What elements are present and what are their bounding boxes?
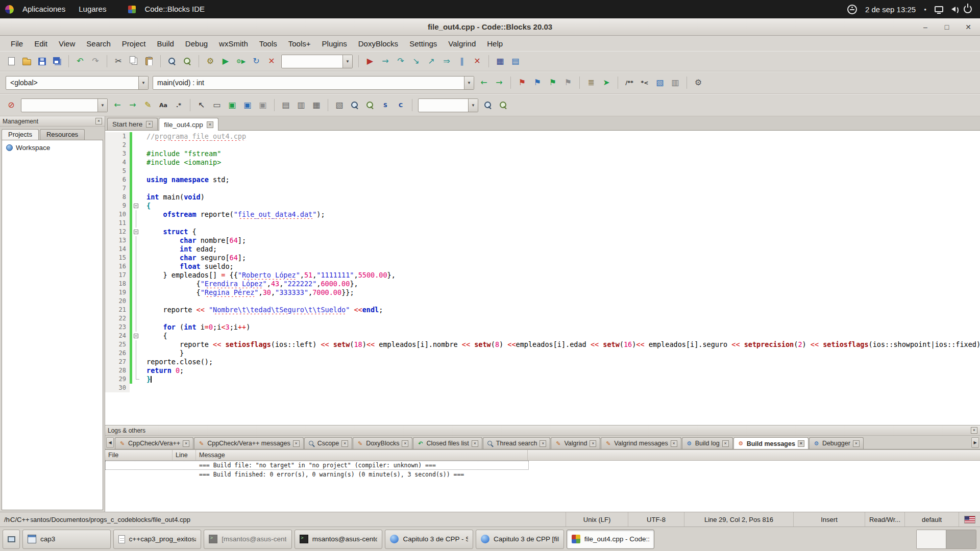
wxsmith-preview-tool[interactable]: ▧ bbox=[332, 98, 347, 112]
toggle-bookmark-button[interactable]: ⚑ bbox=[515, 76, 529, 90]
tab-close-icon[interactable]: × bbox=[293, 440, 300, 447]
tab-close-icon[interactable]: × bbox=[540, 440, 546, 447]
show-desktop-button[interactable] bbox=[3, 530, 20, 549]
workspace-2[interactable] bbox=[946, 530, 976, 548]
code-line[interactable]: 25 reporte << setiosflags(ios::left) << … bbox=[105, 340, 980, 349]
taskbar-window-c-cap3-prog-exitosa[interactable]: c++cap3_prog_exitosa.... bbox=[113, 530, 202, 549]
logs-tab-build-log[interactable]: Build log× bbox=[682, 437, 733, 449]
log-row[interactable]: === Build file: "no target" in "no proje… bbox=[105, 461, 529, 470]
zoom-in-button[interactable] bbox=[348, 98, 362, 112]
line-number[interactable]: 17 bbox=[105, 271, 130, 280]
goto-next-function-button[interactable]: → bbox=[492, 76, 506, 90]
doxy-line-comment-button[interactable]: *< bbox=[638, 76, 652, 90]
code-line[interactable]: 26 } bbox=[105, 349, 980, 358]
maximize-button[interactable]: □ bbox=[942, 23, 951, 31]
line-number[interactable]: 5 bbox=[105, 167, 130, 176]
power-icon[interactable] bbox=[964, 5, 972, 13]
clear-bookmarks-button[interactable]: ⚑ bbox=[561, 76, 575, 90]
doxy-view-button[interactable]: ▥ bbox=[668, 76, 682, 90]
code-line[interactable]: 28return 0; bbox=[105, 366, 980, 375]
column-header-message[interactable]: Message bbox=[196, 450, 528, 460]
line-number[interactable]: 21 bbox=[105, 306, 130, 314]
tab-close-icon[interactable]: × bbox=[472, 440, 478, 447]
redo-button[interactable]: ↷ bbox=[88, 54, 103, 68]
goto-prev-function-button[interactable]: ← bbox=[477, 76, 491, 90]
code-line[interactable]: 9{ bbox=[105, 202, 980, 210]
next-line-button[interactable]: ↷ bbox=[394, 54, 408, 68]
code-line[interactable]: 21 reporte << "Nombre\t\tedad\tSeguro\t\… bbox=[105, 306, 980, 314]
class-view-button[interactable]: C bbox=[394, 98, 408, 112]
code-line[interactable]: 29} bbox=[105, 375, 980, 384]
debugging-windows-button[interactable]: ▦ bbox=[493, 54, 507, 68]
run-to-cursor-button[interactable]: → bbox=[378, 54, 393, 68]
management-tab-resources[interactable]: Resources bbox=[40, 129, 85, 140]
various-info-button[interactable]: ▤ bbox=[508, 54, 523, 68]
line-number[interactable]: 14 bbox=[105, 245, 130, 254]
applications-menu[interactable]: Aplicaciones bbox=[18, 0, 70, 18]
replace-button[interactable] bbox=[180, 54, 194, 68]
wxsmith-widget-tool[interactable]: ▭ bbox=[210, 98, 224, 112]
logs-tab-closed-files-list[interactable]: Closed files list× bbox=[413, 437, 482, 449]
incsearch-prev-button[interactable]: ← bbox=[110, 98, 125, 112]
build-target-dropdown[interactable]: ▼ bbox=[281, 55, 353, 68]
code-line[interactable]: 6using namespace std; bbox=[105, 176, 980, 184]
code-area[interactable]: 1//programa file_out4.cpp23#include "fst… bbox=[105, 131, 980, 425]
workspace-1[interactable] bbox=[917, 530, 946, 548]
line-number[interactable]: 28 bbox=[105, 366, 130, 375]
browse-tracker-jump-button[interactable]: ➤ bbox=[599, 76, 614, 90]
dropdown-arrow-icon[interactable]: ▼ bbox=[342, 55, 352, 68]
line-number[interactable]: 29 bbox=[105, 375, 130, 384]
code-line[interactable]: 10 ofstream reporte("file_out_data4.dat"… bbox=[105, 210, 980, 219]
editor-tab-start-here[interactable]: Start here× bbox=[107, 118, 158, 130]
wxsmith-dialog-tool[interactable]: ▣ bbox=[225, 98, 239, 112]
incsearch-input-field[interactable] bbox=[21, 101, 97, 109]
incsearch-next-button[interactable]: → bbox=[126, 98, 140, 112]
function-dropdown[interactable]: main(void) : int ▼ bbox=[153, 76, 474, 90]
code-line[interactable]: 17 } empleados[] = {{"Roberto López",51,… bbox=[105, 271, 980, 280]
close-button[interactable]: ✕ bbox=[964, 23, 973, 31]
accessibility-icon[interactable] bbox=[847, 5, 857, 14]
code-line[interactable]: 14 int edad; bbox=[105, 245, 980, 254]
tab-close-icon[interactable]: × bbox=[722, 440, 729, 447]
logs-tab-valgrind[interactable]: Valgrind× bbox=[551, 437, 600, 449]
line-number[interactable]: 18 bbox=[105, 280, 130, 288]
next-bookmark-button[interactable]: ⚑ bbox=[546, 76, 560, 90]
paste-button[interactable] bbox=[142, 54, 156, 68]
line-number[interactable]: 7 bbox=[105, 184, 130, 193]
line-number[interactable]: 15 bbox=[105, 254, 130, 262]
next-instruction-button[interactable]: ⇒ bbox=[439, 54, 454, 68]
fold-margin[interactable] bbox=[132, 228, 140, 236]
distro-logo-icon[interactable] bbox=[5, 5, 14, 14]
wxsmith-sizer-tool[interactable]: ▤ bbox=[279, 98, 293, 112]
rebuild-button[interactable]: ↻ bbox=[249, 54, 263, 68]
panel-close-icon[interactable]: × bbox=[971, 427, 977, 434]
code-line[interactable]: 13 char nombre[64]; bbox=[105, 236, 980, 245]
tabs-scroll-right-button[interactable]: ▶ bbox=[971, 437, 979, 448]
column-header-line[interactable]: Line bbox=[173, 450, 196, 460]
code-line[interactable]: 8int main(void) bbox=[105, 193, 980, 202]
zoom-out-button[interactable] bbox=[363, 98, 377, 112]
browse-tracker-list-button[interactable]: ≣ bbox=[584, 76, 598, 90]
menu-debug[interactable]: Debug bbox=[180, 37, 213, 51]
taskbar-window-capitulo-3-de-cpp-se[interactable]: Capitulo 3 de CPP - Se... bbox=[385, 530, 473, 549]
line-number[interactable]: 30 bbox=[105, 384, 130, 392]
thread-search-options-button[interactable] bbox=[496, 98, 510, 112]
menu-doxyblocks[interactable]: DoxyBlocks bbox=[353, 37, 404, 51]
tab-close-icon[interactable]: × bbox=[402, 440, 408, 447]
fold-margin[interactable] bbox=[132, 202, 140, 210]
code-line[interactable]: 1//programa file_out4.cpp bbox=[105, 132, 980, 141]
tab-close-icon[interactable]: × bbox=[341, 440, 348, 447]
dropdown-arrow-icon[interactable]: ▼ bbox=[468, 99, 478, 112]
line-number[interactable]: 23 bbox=[105, 323, 130, 332]
taskbar-window-cap3[interactable]: cap3 bbox=[22, 530, 111, 549]
line-number[interactable]: 3 bbox=[105, 149, 130, 158]
code-line[interactable]: 30 bbox=[105, 384, 980, 392]
code-line[interactable]: 2 bbox=[105, 141, 980, 149]
line-number[interactable]: 12 bbox=[105, 228, 130, 236]
step-into-button[interactable]: ↘ bbox=[409, 54, 423, 68]
menu-file[interactable]: File bbox=[5, 37, 29, 51]
tab-close-icon[interactable]: × bbox=[183, 440, 189, 447]
incsearch-input[interactable]: ▼ bbox=[21, 98, 108, 112]
menu-wxsmith[interactable]: wxSmith bbox=[213, 37, 254, 51]
code-line[interactable]: 27reporte.close(); bbox=[105, 358, 980, 366]
